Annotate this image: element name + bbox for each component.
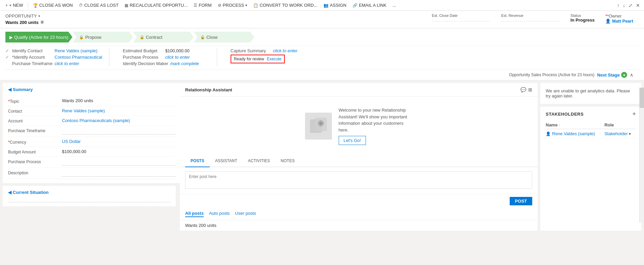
assign-button[interactable]: 👥 ASSIGN	[321, 1, 349, 9]
purchase-timeframe-value[interactable]: click to enter	[55, 61, 79, 66]
stage-row-estimated-budget: ✓ Estimated Budget $100,000.00	[116, 48, 210, 53]
stage-qualify[interactable]: ▶ Qualify (Active for 23 hours)	[5, 32, 72, 42]
summary-section: ◀ Summary *Topic Wants 200 units Contact…	[3, 83, 181, 183]
stakeholder-role-dropdown[interactable]: ▾	[629, 131, 631, 136]
form-icon: ☰	[194, 3, 197, 8]
expand-icon-button[interactable]: ⊞	[528, 87, 532, 92]
purchase-process-value[interactable]: click to enter	[165, 55, 190, 60]
current-situation-value[interactable]	[8, 197, 170, 202]
new-button[interactable]: + + NEW	[3, 1, 26, 9]
form-row-topic: *Topic Wants 200 units	[8, 96, 176, 106]
convert-button[interactable]: 📋 CONVERT TO WORK ORD...	[250, 1, 320, 9]
tab-posts[interactable]: POSTS	[185, 155, 210, 167]
person-icon: 👤	[605, 19, 611, 24]
more-button[interactable]: ...	[390, 1, 399, 9]
scrollbar-thumb[interactable]	[640, 88, 644, 108]
next-stage-circle: ●	[621, 72, 627, 78]
status-label: Status	[571, 13, 595, 18]
stage-row-ready-for-review: ✓ Ready for review Execute	[224, 55, 318, 63]
account-value[interactable]: Contoso Pharmaceuticals (sample)	[62, 118, 176, 123]
close-window-button[interactable]: ✕	[635, 2, 641, 9]
identify-contact-value[interactable]: Rene Valdes (sample)	[55, 48, 98, 53]
entity-chevron-icon: ▾	[38, 14, 40, 18]
identify-decision-maker-value[interactable]: mark complete	[170, 61, 199, 66]
capture-summary-value[interactable]: click to enter	[273, 48, 298, 53]
scroll-up-button[interactable]: ↑	[616, 2, 621, 9]
expand-button[interactable]: ⤢	[627, 2, 634, 9]
status-value: In Progress	[571, 18, 595, 23]
user-posts-filter[interactable]: User posts	[235, 211, 256, 217]
next-stage-button[interactable]: Next Stage ●	[597, 72, 627, 78]
capture-summary-label: Capture Summary	[231, 48, 271, 53]
right-panel: We are unable to get analytics data. Ple…	[540, 83, 641, 231]
post-button[interactable]: POST	[510, 197, 532, 205]
est-revenue-value[interactable]: ...............................	[501, 18, 560, 23]
currency-value[interactable]: US Dollar	[62, 139, 176, 144]
hamburger-icon[interactable]: ≡	[40, 19, 43, 25]
recalculate-button[interactable]: ▦ RECALCULATE OPPORTU...	[122, 1, 190, 9]
stage-close[interactable]: 🔒 Close	[194, 32, 254, 42]
contact-label: Contact	[8, 108, 62, 114]
tab-notes[interactable]: NOTES	[275, 155, 300, 167]
rel-title: Relationship Assistant	[185, 87, 232, 92]
est-close-date-label: Est. Close Date	[432, 13, 490, 18]
toolbar: + + NEW 🏆 CLOSE AS WON ⏱ CLOSE AS LOST ▦…	[0, 0, 644, 11]
stage-row-identify-decision-maker: ✓ Identify Decision Maker mark complete	[116, 61, 210, 66]
collapse-button[interactable]: ∧	[630, 72, 633, 78]
form-row-account: Account Contoso Pharmaceuticals (sample)	[8, 116, 176, 126]
identify-account-value[interactable]: Contoso Pharmaceutical	[55, 55, 102, 60]
auto-posts-filter[interactable]: Auto posts	[209, 211, 230, 217]
form-row-description: Description	[8, 168, 176, 179]
entity-label[interactable]: OPPORTUNITY ▾	[5, 13, 44, 19]
process-button[interactable]: ⚙ PROCESS ▾	[215, 1, 250, 9]
tab-activities[interactable]: ACTIVITIES	[242, 155, 275, 167]
identify-account-label: *Identify Account	[12, 55, 53, 60]
close-as-lost-button[interactable]: ⏱ CLOSE AS LOST	[76, 1, 121, 9]
est-revenue-label: Est. Revenue	[501, 13, 560, 18]
qualify-label: Qualify (Active for 23 hours)	[14, 35, 68, 40]
contact-value[interactable]: Rene Valdes (sample)	[62, 108, 176, 113]
name-column-header[interactable]: Name ↑	[546, 121, 604, 129]
chat-icon-button[interactable]: 💬	[520, 87, 526, 92]
description-form-value[interactable]	[62, 171, 176, 177]
stage-col-1: ✓ Identify Contact Rene Valdes (sample) …	[5, 48, 109, 66]
form-row-contact: Contact Rene Valdes (sample)	[8, 106, 176, 116]
close-as-won-button[interactable]: 🏆 CLOSE AS WON	[30, 1, 76, 9]
estimated-budget-value: $100,000.00	[165, 48, 190, 53]
stage-bar: ▶ Qualify (Active for 23 hours) 🔒 Propos…	[5, 32, 639, 42]
role-column-header[interactable]: Role	[604, 121, 636, 129]
plus-icon: +	[5, 3, 8, 8]
trophy-icon: 🏆	[33, 3, 38, 8]
stakeholder-name-link[interactable]: 👤 Rene Valdes (sample)	[546, 131, 604, 136]
stakeholder-role-link[interactable]: Stakeholder	[604, 131, 628, 136]
stage-contract[interactable]: 🔒 Contract	[133, 32, 194, 42]
rel-welcome: Welcome to your new Relationship Assista…	[180, 97, 538, 155]
close-as-won-label: CLOSE AS WON	[39, 3, 73, 8]
est-close-date-value[interactable]: ...............................	[432, 18, 490, 23]
identify-contact-check: ✓	[5, 48, 10, 53]
purchase-process-label: Purchase Process	[123, 55, 163, 60]
title-text: Wants 200 units	[5, 20, 38, 25]
email-link-button[interactable]: 🔗 EMAIL A LINK	[350, 1, 389, 9]
form-button[interactable]: ☰ FORM	[191, 1, 214, 9]
tab-assistant[interactable]: ASSISTANT	[210, 155, 243, 167]
stage-propose[interactable]: 🔒 Propose	[72, 32, 133, 42]
add-stakeholder-button[interactable]: +	[632, 111, 636, 118]
stage-row-purchase-timeframe: ✓ Purchase Timeframe click to enter	[5, 61, 102, 66]
purchase-timeframe-check: ✓	[5, 61, 10, 66]
lets-go-button[interactable]: Let's Go!	[339, 136, 366, 145]
execute-link[interactable]: Execute	[267, 57, 281, 61]
topic-value[interactable]: Wants 200 units	[62, 98, 176, 103]
purchase-timeframe-form-value[interactable]	[62, 129, 176, 135]
rel-welcome-content: Welcome to your new Relationship Assista…	[305, 107, 413, 145]
all-posts-filter[interactable]: All posts	[185, 211, 204, 217]
stage-row-capture-summary: ✓ Capture Summary click to enter	[224, 48, 318, 53]
scroll-down-button[interactable]: ↓	[621, 2, 626, 9]
owner-value[interactable]: 👤 Matt Peart	[605, 19, 633, 24]
purchase-process-form-label: Purchase Process	[8, 159, 62, 164]
purchase-process-form-value[interactable]	[62, 160, 176, 166]
post-area	[180, 167, 538, 194]
stage-bar-container: ▶ Qualify (Active for 23 hours) 🔒 Propos…	[0, 28, 644, 80]
post-input[interactable]	[185, 171, 532, 189]
topic-label: *Topic	[8, 98, 62, 104]
